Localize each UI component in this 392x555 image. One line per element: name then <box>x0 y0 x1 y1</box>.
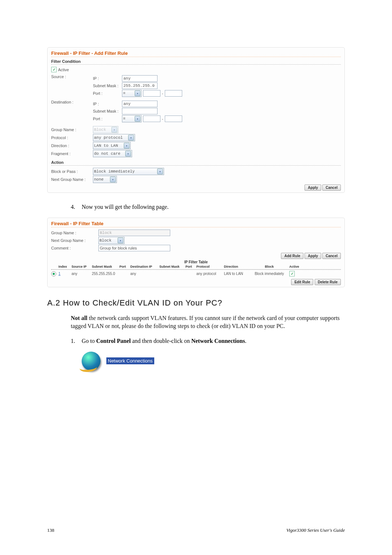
chevron-down-icon: ▾ <box>128 135 134 141</box>
src-mask-input[interactable]: 255.255.255.0 <box>122 82 158 89</box>
dst-mask-input[interactable] <box>122 108 158 114</box>
next-group-select[interactable]: none▾ <box>93 176 117 183</box>
intro-paragraph: Not all the network cards support VLAN f… <box>71 314 345 331</box>
edit-rule-button[interactable]: Edit Rule <box>291 279 313 285</box>
page-footer: 138 Vigor3300 Series User's Guide <box>47 527 345 533</box>
src-port-op-select[interactable]: =▾ <box>122 90 142 97</box>
group-name-label: Group Name : <box>51 127 93 132</box>
add-rule-button[interactable]: Add Rule <box>281 253 303 259</box>
chevron-down-icon: ▾ <box>118 238 123 243</box>
group-name-select[interactable]: Block▾ <box>93 126 118 133</box>
src-port-to[interactable] <box>165 90 182 97</box>
network-connections-label[interactable]: Network Connections <box>106 357 154 364</box>
network-connections-icon-row: Network Connections <box>82 352 345 370</box>
p2-next-group-select[interactable]: Block▾ <box>98 237 124 244</box>
step4-text: Now you will get the following page. <box>82 204 169 210</box>
block-pass-label: Block or Pass : <box>51 169 93 174</box>
apply-button[interactable]: Apply <box>305 185 321 191</box>
p2-apply-button[interactable]: Apply <box>305 253 321 259</box>
src-ip-label: IP : <box>93 76 122 81</box>
active-checkbox[interactable]: ✓ <box>51 67 57 72</box>
protocol-select[interactable]: any protocol▾ <box>93 134 135 141</box>
chevron-down-icon: ▾ <box>125 151 131 157</box>
guide-title: Vigor3300 Series User's Guide <box>286 527 345 533</box>
globe-icon <box>82 352 101 370</box>
step4-number: 4. <box>71 204 82 210</box>
dst-port-op-select[interactable]: =▾ <box>122 115 142 122</box>
dst-port-from[interactable] <box>143 116 160 122</box>
row-index-link[interactable]: 1 <box>58 272 72 276</box>
chevron-down-icon: ▾ <box>135 116 140 122</box>
chevron-down-icon: ▾ <box>111 127 117 133</box>
next-group-label: Next Group Name : <box>51 177 93 182</box>
dst-port-to[interactable] <box>165 116 182 122</box>
action-heading: Action <box>51 160 341 165</box>
block-pass-select[interactable]: Block immediately▾ <box>93 168 164 175</box>
panel-ip-filter-table: Firewall - IP Filter Table Group Name : … <box>47 218 345 287</box>
fragment-select[interactable]: do not care▾ <box>93 150 132 157</box>
source-label: Source : <box>51 74 93 79</box>
dst-mask-label: Subnet Mask : <box>93 109 122 113</box>
dst-ip-label: IP : <box>93 102 122 106</box>
table-header: Index Source IP Subnet Mask Port Destina… <box>51 265 341 270</box>
p2-group-name-input[interactable]: Block <box>98 230 170 236</box>
page-number: 138 <box>47 527 54 533</box>
direction-label: Direction : <box>51 143 93 148</box>
section-heading: A.2 How to Check/Edit VLAN ID on Your PC… <box>47 298 345 308</box>
cancel-button[interactable]: Cancel <box>322 185 341 191</box>
p2-comment-label: Comment : <box>51 246 98 250</box>
filter-condition-heading: Filter Condition <box>51 59 341 64</box>
dst-port-label: Port : <box>93 117 122 121</box>
destination-label: Destination : <box>51 100 93 104</box>
src-mask-label: Subnet Mask : <box>93 84 122 88</box>
direction-select[interactable]: LAN to LAN▾ <box>93 142 131 149</box>
active-label: Active <box>58 68 69 72</box>
ip-filter-table-title: IP Filter Table <box>51 260 341 264</box>
src-port-from[interactable] <box>143 90 160 97</box>
chevron-down-icon: ▾ <box>124 143 130 149</box>
p2-group-name-label: Group Name : <box>51 231 98 235</box>
panel2-title: Firewall - IP Filter Table <box>51 221 341 226</box>
p2-comment-input[interactable]: Group for block rules <box>98 245 170 251</box>
chevron-down-icon: ▾ <box>135 90 140 96</box>
p2-next-group-label: Next Group Name : <box>51 238 98 243</box>
src-ip-input[interactable]: any <box>122 75 158 82</box>
step1-number: 1. <box>71 338 82 344</box>
panel1-title: Firewall - IP Filter - Add Filter Rule <box>51 50 341 56</box>
row-radio[interactable] <box>51 271 56 276</box>
chevron-down-icon: ▾ <box>157 169 163 174</box>
row-active-checkbox[interactable]: ✓ <box>289 271 295 276</box>
chevron-down-icon: ▾ <box>110 177 116 182</box>
panel-add-filter-rule: Firewall - IP Filter - Add Filter Rule F… <box>47 47 345 193</box>
p2-cancel-button[interactable]: Cancel <box>322 253 341 259</box>
dst-ip-input[interactable]: any <box>122 101 158 107</box>
protocol-label: Protocol : <box>51 135 93 140</box>
delete-rule-button[interactable]: Delete Rule <box>315 279 341 285</box>
fragment-label: Fragment : <box>51 151 93 156</box>
src-port-label: Port : <box>93 91 122 96</box>
step1-text: Go to Control Panel and then double-clic… <box>82 338 246 344</box>
table-row: 1 any 255.255.255.0 any any protocol LAN… <box>51 270 341 278</box>
